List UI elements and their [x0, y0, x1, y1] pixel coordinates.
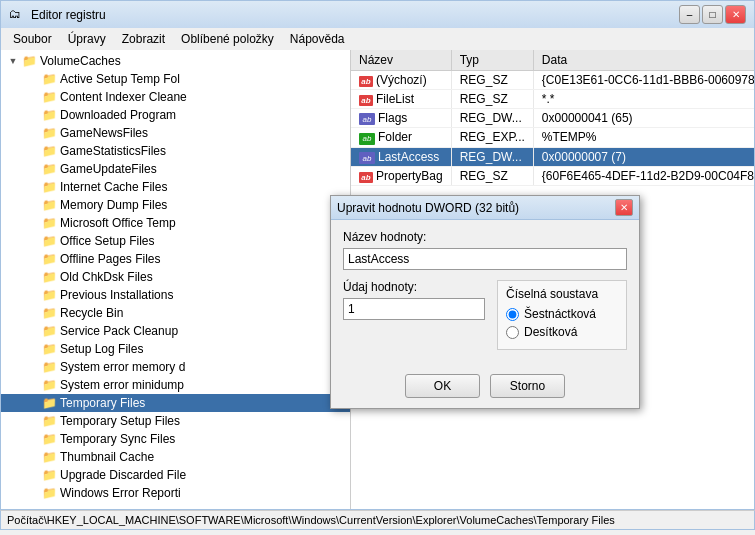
radio-decimal[interactable]: [506, 326, 519, 339]
expand-icon: [25, 359, 41, 375]
cell-type: REG_DW...: [451, 147, 533, 167]
expand-icon: [25, 431, 41, 447]
radio-dec-item[interactable]: Desítková: [506, 325, 618, 339]
tree-item-label: Temporary Sync Files: [60, 432, 175, 446]
list-item[interactable]: 📁 Office Setup Files: [1, 232, 350, 250]
table-row[interactable]: abPropertyBagREG_SZ{60F6E465-4DEF-11d2-B…: [351, 167, 754, 186]
table-row[interactable]: abFileListREG_SZ*.*: [351, 89, 754, 108]
dialog-name-label: Název hodnoty:: [343, 230, 627, 244]
expand-icon: [25, 161, 41, 177]
cell-type: REG_SZ: [451, 167, 533, 186]
list-item[interactable]: 📁 Previous Installations: [1, 286, 350, 304]
tree-root-item[interactable]: ▼ 📁 VolumeCaches: [1, 52, 350, 70]
maximize-button[interactable]: □: [702, 5, 723, 24]
folder-icon: 📁: [41, 413, 57, 429]
folder-icon: 📁: [41, 251, 57, 267]
tree-item-label: GameStatisticsFiles: [60, 144, 166, 158]
list-item[interactable]: 📁 Temporary Setup Files: [1, 412, 350, 430]
menu-upravy[interactable]: Úpravy: [60, 30, 114, 48]
reg-type-icon: ab: [359, 95, 373, 106]
cell-type: REG_EXP...: [451, 128, 533, 148]
tree-item-label: Active Setup Temp Fol: [60, 72, 180, 86]
dialog-title: Upravit hodnotu DWORD (32 bitů): [337, 201, 519, 215]
list-item[interactable]: 📁 System error minidump: [1, 376, 350, 394]
dialog-value-col: Údaj hodnoty:: [343, 280, 485, 350]
menu-soubor[interactable]: Soubor: [5, 30, 60, 48]
dialog-ok-button[interactable]: OK: [405, 374, 480, 398]
expand-icon: [25, 287, 41, 303]
folder-icon: 📁: [41, 197, 57, 213]
list-item[interactable]: 📁 Temporary Files: [1, 394, 350, 412]
tree-item-label: Internet Cache Files: [60, 180, 167, 194]
radio-hex[interactable]: [506, 308, 519, 321]
dword-dialog: Upravit hodnotu DWORD (32 bitů) ✕ Název …: [330, 195, 640, 409]
expand-icon: [25, 143, 41, 159]
dialog-data-label: Údaj hodnoty:: [343, 280, 485, 294]
menu-oblibene[interactable]: Oblíbené položky: [173, 30, 282, 48]
tree-item-label: GameUpdateFiles: [60, 162, 157, 176]
title-bar: 🗂 Editor registru – □ ✕: [0, 0, 755, 28]
list-item[interactable]: 📁 GameStatisticsFiles: [1, 142, 350, 160]
table-row[interactable]: ab(Výchozí)REG_SZ{C0E13E61-0CC6-11d1-BBB…: [351, 70, 754, 89]
menu-napoveda[interactable]: Nápověda: [282, 30, 353, 48]
list-item[interactable]: 📁 GameNewsFiles: [1, 124, 350, 142]
expand-icon: [25, 413, 41, 429]
list-item[interactable]: 📁 Recycle Bin: [1, 304, 350, 322]
dialog-number-system-col: Číselná soustava Šestnáctková Desítková: [497, 280, 627, 350]
expand-icon: [25, 341, 41, 357]
expand-icon[interactable]: ▼: [5, 53, 21, 69]
menu-zobrazit[interactable]: Zobrazit: [114, 30, 173, 48]
table-row[interactable]: abFlagsREG_DW...0x00000041 (65): [351, 108, 754, 128]
list-item[interactable]: 📁 GameUpdateFiles: [1, 160, 350, 178]
dialog-name-input[interactable]: [343, 248, 627, 270]
folder-icon: 📁: [41, 431, 57, 447]
list-item[interactable]: 📁 Service Pack Cleanup: [1, 322, 350, 340]
list-item[interactable]: 📁 Internet Cache Files: [1, 178, 350, 196]
table-row[interactable]: abFolderREG_EXP...%TEMP%: [351, 128, 754, 148]
folder-icon: 📁: [41, 323, 57, 339]
registry-table: Název Typ Data ab(Výchozí)REG_SZ{C0E13E6…: [351, 50, 754, 186]
list-item[interactable]: 📁 Upgrade Discarded File: [1, 466, 350, 484]
close-button[interactable]: ✕: [725, 5, 746, 24]
folder-icon: 📁: [41, 269, 57, 285]
list-item[interactable]: 📁 Temporary Sync Files: [1, 430, 350, 448]
list-item[interactable]: 📁 Old ChkDsk Files: [1, 268, 350, 286]
list-item[interactable]: 📁 Microsoft Office Temp: [1, 214, 350, 232]
list-item[interactable]: 📁 Downloaded Program: [1, 106, 350, 124]
list-item[interactable]: 📁 Thumbnail Cache: [1, 448, 350, 466]
reg-type-icon: ab: [359, 133, 375, 145]
cell-name: abPropertyBag: [351, 167, 451, 186]
cell-name: abFlags: [351, 108, 451, 128]
col-name-header: Název: [351, 50, 451, 70]
expand-icon: [25, 179, 41, 195]
dialog-data-input[interactable]: [343, 298, 485, 320]
folder-icon: 📁: [41, 287, 57, 303]
cell-data: {60F6E465-4DEF-11d2-B2D9-00C04F8EE...: [533, 167, 754, 186]
folder-icon: 📁: [41, 233, 57, 249]
folder-icon: 📁: [41, 89, 57, 105]
registry-tree[interactable]: ▼ 📁 VolumeCaches 📁 Active Setup Temp Fol…: [1, 50, 351, 509]
cell-name: abLastAccess: [351, 147, 451, 167]
tree-item-label: Setup Log Files: [60, 342, 143, 356]
dialog-cancel-button[interactable]: Storno: [490, 374, 565, 398]
cell-name: ab(Výchozí): [351, 70, 451, 89]
reg-type-icon: ab: [359, 76, 373, 87]
list-item[interactable]: 📁 Memory Dump Files: [1, 196, 350, 214]
list-item[interactable]: 📁 Offline Pages Files: [1, 250, 350, 268]
dialog-close-button[interactable]: ✕: [615, 199, 633, 216]
list-item[interactable]: 📁 Content Indexer Cleane: [1, 88, 350, 106]
list-item[interactable]: 📁 Setup Log Files: [1, 340, 350, 358]
radio-hex-item[interactable]: Šestnáctková: [506, 307, 618, 321]
expand-icon: [25, 395, 41, 411]
expand-icon: [25, 107, 41, 123]
tree-item-label: Microsoft Office Temp: [60, 216, 176, 230]
table-row[interactable]: abLastAccessREG_DW...0x00000007 (7): [351, 147, 754, 167]
minimize-button[interactable]: –: [679, 5, 700, 24]
list-item[interactable]: 📁 System error memory d: [1, 358, 350, 376]
cell-data: {C0E13E61-0CC6-11d1-BBB6-0060978B...: [533, 70, 754, 89]
list-item[interactable]: 📁 Active Setup Temp Fol: [1, 70, 350, 88]
list-item[interactable]: 📁 Windows Error Reporti: [1, 484, 350, 502]
folder-icon: 📁: [41, 71, 57, 87]
expand-icon: [25, 251, 41, 267]
expand-icon: [25, 269, 41, 285]
